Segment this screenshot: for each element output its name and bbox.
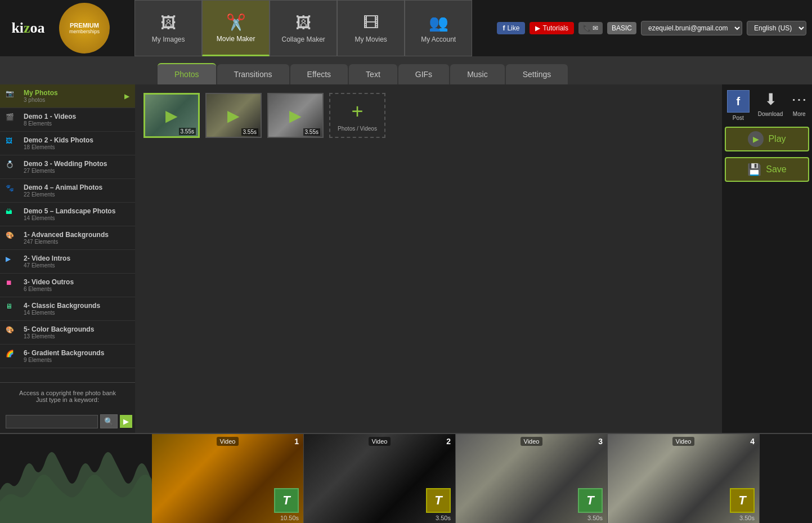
- play-button[interactable]: ▶ Play: [725, 127, 809, 151]
- bg3-icon: ⏹: [6, 279, 19, 292]
- sidebar-item-bg4[interactable]: 🖥 4- Classic Backgrounds 14 Elements: [0, 297, 135, 321]
- youtube-icon: ▶: [535, 24, 540, 32]
- bg1-icon: 🎨: [6, 231, 19, 245]
- nav-my-images[interactable]: 🖼 My Images: [134, 0, 202, 56]
- chevron-right-icon: ▶: [124, 92, 129, 100]
- demo5-icon: 🏔: [6, 208, 19, 221]
- tab-transitions[interactable]: Transitions: [217, 64, 289, 84]
- language-select[interactable]: English (US): [747, 21, 806, 35]
- demo1-icon: 🎬: [6, 113, 19, 127]
- play-icon-1: ▶: [165, 106, 178, 125]
- bg6-icon: 🌈: [6, 350, 19, 363]
- search-button[interactable]: 🔍: [100, 414, 118, 428]
- nav-collage-maker[interactable]: 🖼 Collage Maker: [270, 0, 337, 56]
- photo-thumbnail-2[interactable]: ▶ 3.55s: [205, 93, 262, 138]
- add-photos-button[interactable]: + Photos / Videos: [329, 93, 385, 138]
- photo-bank-search: 🔍 ▶: [0, 410, 135, 433]
- plus-icon: +: [351, 100, 363, 123]
- more-icon: ⋯: [791, 90, 807, 109]
- sidebar-item-my-photos[interactable]: 📷 My Photos 3 photos ▶: [0, 84, 135, 108]
- my-photos-icon: 📷: [6, 90, 19, 103]
- download-button[interactable]: ⬇ Download: [758, 90, 783, 121]
- more-button[interactable]: ⋯ More: [791, 90, 807, 121]
- photo-thumbnail-3[interactable]: ▶ 3.55s: [267, 93, 324, 138]
- right-panel: f Post ⬇ Download ⋯ More ▶ Play 💾 Save: [722, 84, 812, 433]
- timeline-scroll[interactable]: Video 1 10.50s T Video 2 3.50s T Video 3…: [152, 434, 812, 523]
- phone-button[interactable]: 📞 ✉: [578, 22, 603, 34]
- facebook-icon: f: [503, 24, 505, 32]
- save-button[interactable]: 💾 Save: [725, 157, 809, 182]
- timeline-item-3[interactable]: Video 3 3.50s T: [456, 434, 608, 523]
- tab-gifs[interactable]: GIFs: [398, 64, 449, 84]
- nav-my-movies[interactable]: 🎞 My Movies: [337, 0, 405, 56]
- demo4-icon: 🐾: [6, 184, 19, 198]
- demo3-icon: 💍: [6, 160, 19, 174]
- plan-badge: BASIC: [607, 22, 636, 34]
- collage-icon: 🖼: [295, 14, 311, 32]
- bg4-icon: 🖥: [6, 302, 19, 316]
- text-icon-1: T: [274, 488, 299, 513]
- play-circle-icon: ▶: [748, 131, 764, 147]
- movie-maker-icon: ✂️: [226, 13, 246, 32]
- photo-area: ▶ 3.55s ▶ 3.55s ▶ 3.55s + Photos / Video…: [135, 84, 722, 433]
- tabbar: Photos Transitions Effects Text GIFs Mus…: [0, 56, 812, 84]
- topbar-right: f Like ▶ Tutorials 📞 ✉ BASIC ezequiel.br…: [497, 21, 806, 35]
- save-icon: 💾: [747, 163, 761, 176]
- sidebar-item-demo2[interactable]: 🖼 Demo 2 - Kids Photos 18 Elements: [0, 132, 135, 155]
- sidebar-item-bg1[interactable]: 🎨 1- Advanced Backgrounds 247 Elements: [0, 226, 135, 250]
- sidebar-item-bg2[interactable]: ▶ 2- Video Intros 47 Elements: [0, 250, 135, 274]
- photo-grid: ▶ 3.55s ▶ 3.55s ▶ 3.55s + Photos / Video…: [143, 93, 714, 138]
- demo2-icon: 🖼: [6, 137, 19, 150]
- bg2-icon: ▶: [6, 255, 19, 269]
- photo-thumbnail-1[interactable]: ▶ 3.55s: [143, 93, 200, 138]
- facebook-like-button[interactable]: f Like: [497, 22, 525, 34]
- nav-movie-maker[interactable]: ✂️ Movie Maker: [202, 0, 270, 56]
- premium-badge[interactable]: PREMIUM memberships: [59, 3, 110, 53]
- email-icon: ✉: [593, 24, 598, 32]
- nav-buttons: 🖼 My Images ✂️ Movie Maker 🖼 Collage Mak…: [110, 0, 497, 56]
- sidebar-item-demo3[interactable]: 💍 Demo 3 - Wedding Photos 27 Elements: [0, 155, 135, 179]
- text-icon-4: T: [730, 488, 755, 513]
- logo: kizoa: [0, 0, 56, 56]
- text-icon-2: T: [426, 488, 451, 513]
- waveform-display: [0, 434, 152, 523]
- sidebar-item-demo5[interactable]: 🏔 Demo 5 – Landscape Photos 14 Elements: [0, 203, 135, 226]
- play-icon-2: ▶: [227, 106, 240, 125]
- images-icon: 🖼: [160, 14, 176, 32]
- action-buttons: f Post ⬇ Download ⋯ More: [728, 90, 806, 121]
- search-next-button[interactable]: ▶: [120, 415, 132, 428]
- email-select[interactable]: ezequiel.bruni@gmail.com: [641, 21, 742, 35]
- waveform-svg: [0, 434, 152, 523]
- text-icon-3: T: [578, 488, 603, 513]
- tab-text[interactable]: Text: [349, 64, 397, 84]
- sidebar-item-demo4[interactable]: 🐾 Demo 4 – Animal Photos 22 Elements: [0, 179, 135, 203]
- photo-bank-input[interactable]: [6, 415, 98, 428]
- facebook-post-icon: f: [727, 90, 750, 113]
- tab-settings[interactable]: Settings: [506, 64, 568, 84]
- timeline: Video 1 10.50s T Video 2 3.50s T Video 3…: [0, 433, 812, 523]
- phone-icon: 📞: [583, 24, 591, 32]
- tutorials-button[interactable]: ▶ Tutorials: [530, 22, 574, 34]
- download-icon: ⬇: [764, 90, 777, 109]
- sidebar: 📷 My Photos 3 photos ▶ 🎬 Demo 1 - Videos…: [0, 84, 135, 433]
- play-icon-3: ▶: [289, 106, 302, 125]
- topbar: kizoa PREMIUM memberships 🖼 My Images ✂️…: [0, 0, 812, 56]
- post-button[interactable]: f Post: [727, 90, 750, 121]
- timeline-item-2[interactable]: Video 2 3.50s T: [304, 434, 456, 523]
- nav-my-account[interactable]: 👥 My Account: [405, 0, 472, 56]
- bg5-icon: 🎨: [6, 326, 19, 339]
- tab-photos[interactable]: Photos: [158, 63, 216, 84]
- tab-effects[interactable]: Effects: [290, 64, 348, 84]
- sidebar-item-demo1[interactable]: 🎬 Demo 1 - Videos 8 Elements: [0, 108, 135, 132]
- sidebar-item-bg3[interactable]: ⏹ 3- Video Outros 6 Elements: [0, 274, 135, 297]
- timeline-item-1[interactable]: Video 1 10.50s T: [152, 434, 304, 523]
- timeline-item-4[interactable]: Video 4 3.50s T: [608, 434, 760, 523]
- movies-icon: 🎞: [363, 14, 379, 32]
- sidebar-item-bg6[interactable]: 🌈 6- Gradient Backgrounds 9 Elements: [0, 345, 135, 368]
- sidebar-item-bg5[interactable]: 🎨 5- Color Backgrounds 13 Elements: [0, 321, 135, 345]
- main-area: 📷 My Photos 3 photos ▶ 🎬 Demo 1 - Videos…: [0, 84, 812, 433]
- photo-bank-section: Access a copyright free photo bank Just …: [0, 382, 135, 410]
- timeline-waveform: [0, 434, 152, 523]
- tab-music[interactable]: Music: [450, 64, 505, 84]
- account-icon: 👥: [429, 14, 448, 32]
